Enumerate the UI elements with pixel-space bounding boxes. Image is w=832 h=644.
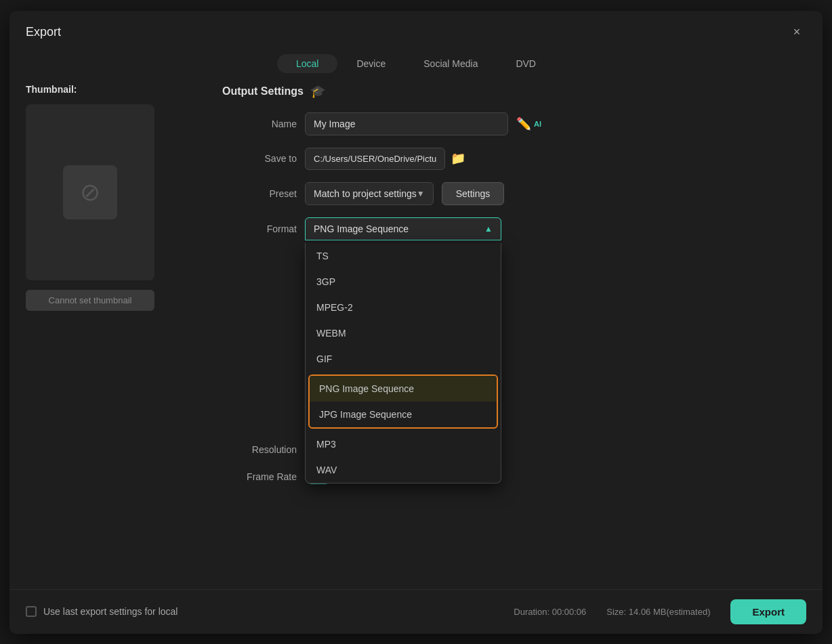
dropdown-item-ts[interactable]: TS (306, 243, 501, 269)
use-last-settings-checkbox[interactable] (26, 606, 37, 617)
output-settings-title: Output Settings (222, 85, 304, 98)
frame-rate-label: Frame Rate (222, 471, 297, 482)
ai-rename-button[interactable]: ✏️ AI (516, 116, 541, 131)
preset-value: Match to project settings (314, 188, 417, 199)
dropdown-item-png-seq[interactable]: PNG Image Sequence (310, 376, 497, 402)
dropdown-item-jpg-seq[interactable]: JPG Image Sequence (310, 402, 497, 427)
duration-info: Duration: 00:00:06 (514, 607, 586, 617)
use-last-settings-label: Use last export settings for local (43, 606, 178, 617)
format-row: Format PNG Image Sequence ▲ TS 3GP MPEG-… (222, 217, 806, 240)
tab-social-media[interactable]: Social Media (404, 54, 497, 73)
tab-local[interactable]: Local (277, 54, 337, 73)
graduation-cap-icon: 🎓 (310, 84, 325, 99)
save-to-input-row: C:/Users/USER/OneDrive/Pictu 📁 (305, 148, 465, 170)
save-to-label: Save to (222, 153, 297, 164)
highlighted-group: PNG Image Sequence JPG Image Sequence (308, 374, 498, 429)
preset-row: Preset Match to project settings ▼ Setti… (222, 182, 806, 205)
dropdown-item-gif[interactable]: GIF (306, 346, 501, 372)
save-to-input[interactable]: C:/Users/USER/OneDrive/Pictu (305, 148, 445, 170)
footer: Use last export settings for local Durat… (9, 589, 823, 634)
dropdown-item-mpeg2[interactable]: MPEG-2 (306, 295, 501, 320)
name-label: Name (222, 119, 297, 129)
right-panel: Output Settings 🎓 Name ✏️ AI Save to C:/… (215, 84, 806, 576)
dialog-title: Export (26, 25, 61, 39)
export-dialog: Export × Local Device Social Media DVD T… (9, 11, 823, 634)
save-to-row: Save to C:/Users/USER/OneDrive/Pictu 📁 (222, 148, 806, 170)
preset-select-row: Match to project settings ▼ Settings (305, 182, 504, 205)
footer-right: Duration: 00:00:06 Size: 14.06 MB(estima… (514, 599, 806, 624)
folder-button[interactable]: 📁 (451, 151, 465, 166)
tab-device[interactable]: Device (337, 54, 404, 73)
dropdown-item-mp3[interactable]: MP3 (306, 431, 501, 457)
tabs-row: Local Device Social Media DVD (9, 49, 823, 84)
format-label: Format (222, 223, 297, 234)
format-dropdown[interactable]: PNG Image Sequence ▲ (305, 217, 501, 240)
dropdown-item-webm[interactable]: WEBM (306, 320, 501, 346)
dropdown-item-3gp[interactable]: 3GP (306, 269, 501, 295)
cannot-set-thumbnail-button: Cannot set thumbnail (26, 290, 154, 311)
no-thumbnail-icon: ⊘ (80, 178, 100, 207)
dialog-header: Export × (9, 11, 823, 49)
close-button[interactable]: × (787, 23, 806, 42)
export-button[interactable]: Export (730, 599, 806, 624)
thumbnail-preview: ⊘ (63, 165, 117, 219)
format-value: PNG Image Sequence (314, 223, 409, 234)
chevron-up-icon: ▲ (484, 224, 493, 234)
output-settings-header: Output Settings 🎓 (222, 84, 806, 99)
thumbnail-box: ⊘ (26, 104, 154, 280)
thumbnail-label: Thumbnail: (26, 84, 202, 95)
preset-label: Preset (222, 188, 297, 199)
preset-dropdown[interactable]: Match to project settings ▼ (305, 182, 434, 205)
size-info: Size: 14.06 MB(estimated) (606, 607, 710, 617)
main-content: Thumbnail: ⊘ Cannot set thumbnail Output… (9, 84, 823, 589)
dropdown-item-wav[interactable]: WAV (306, 457, 501, 483)
format-dropdown-list: TS 3GP MPEG-2 WEBM GIF PNG Image Sequenc… (305, 243, 501, 484)
tab-dvd[interactable]: DVD (497, 54, 555, 73)
name-row: Name ✏️ AI (222, 112, 806, 135)
ai-icon: ✏️ (516, 116, 531, 131)
settings-button[interactable]: Settings (442, 182, 505, 205)
left-panel: Thumbnail: ⊘ Cannot set thumbnail (26, 84, 215, 576)
chevron-down-icon: ▼ (417, 189, 425, 198)
resolution-label: Resolution (222, 444, 297, 455)
footer-left: Use last export settings for local (26, 606, 178, 617)
name-input[interactable] (305, 112, 508, 135)
ai-label: AI (534, 120, 541, 128)
